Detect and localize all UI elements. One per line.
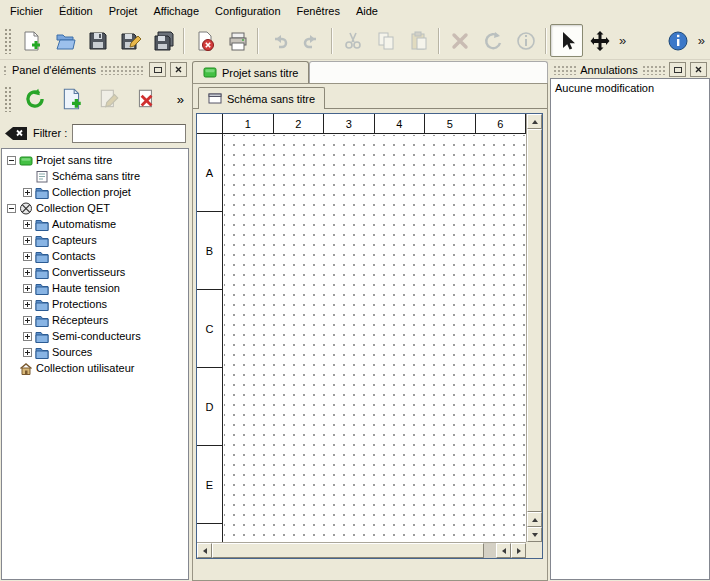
expand-expander-icon[interactable] <box>23 284 32 293</box>
reload-collections-button[interactable] <box>18 82 52 116</box>
collapse-expander-icon[interactable] <box>7 156 16 165</box>
dock-float-button[interactable] <box>149 62 166 77</box>
horizontal-scrollbar[interactable] <box>197 542 526 558</box>
horizontal-scroll-thumb[interactable] <box>212 543 484 558</box>
tree-item-schema-sans-titre[interactable]: Schéma sans titre <box>2 168 188 184</box>
tree-item-label: Haute tension <box>52 282 120 294</box>
menu-aide[interactable]: Aide <box>348 0 386 22</box>
print-button[interactable] <box>221 24 254 57</box>
tree-item-projet-sans-titre[interactable]: Projet sans titre <box>2 152 188 168</box>
toolbar-drag-handle[interactable] <box>4 28 12 54</box>
dock-handle-dots <box>100 65 145 75</box>
scroll-right-button[interactable] <box>511 543 526 558</box>
selection-mode-button[interactable] <box>550 24 583 57</box>
arrow-right-icon <box>517 548 521 554</box>
new-element-button[interactable] <box>55 82 89 116</box>
main-toolbar: » » <box>0 22 710 60</box>
save-all-icon <box>153 30 175 52</box>
pan-mode-button[interactable] <box>583 24 616 57</box>
tree-item-collection-utilisateur[interactable]: Collection utilisateur <box>2 360 188 376</box>
clear-filter-icon[interactable] <box>4 126 28 141</box>
save-as-button[interactable] <box>114 24 147 57</box>
close-icon <box>695 66 702 73</box>
tab-projet-sans-titre[interactable]: Projet sans titre <box>192 61 309 83</box>
tree-item-sources[interactable]: Sources <box>2 344 188 360</box>
tree-item-collection-qet[interactable]: Collection QET <box>2 200 188 216</box>
tree-item-label: Collection QET <box>36 202 110 214</box>
tree-item-label: Collection utilisateur <box>36 362 134 374</box>
scroll-up-button[interactable] <box>527 114 542 129</box>
expand-expander-icon[interactable] <box>23 268 32 277</box>
ruler-corner <box>197 114 223 134</box>
menu-configuration[interactable]: Configuration <box>207 0 288 22</box>
tree-item-semi-conducteurs[interactable]: Semi-conducteurs <box>2 328 188 344</box>
dock-close-button[interactable] <box>170 62 187 77</box>
redo-icon <box>301 30 323 52</box>
menu-edition[interactable]: Édition <box>51 0 101 22</box>
dock-handle-dots <box>3 65 8 75</box>
filter-input[interactable] <box>72 124 186 143</box>
expand-expander-icon[interactable] <box>23 188 32 197</box>
collapse-expander-icon[interactable] <box>7 204 16 213</box>
elements-tree: Projet sans titre Schéma sans titre Coll… <box>1 148 189 580</box>
expand-expander-icon[interactable] <box>23 220 32 229</box>
expand-expander-icon[interactable] <box>23 252 32 261</box>
menu-fenetres[interactable]: Fenêtres <box>289 0 348 22</box>
close-file-button[interactable] <box>188 24 221 57</box>
tree-item-contacts[interactable]: Contacts <box>2 248 188 264</box>
vertical-scroll-thumb[interactable] <box>527 129 542 512</box>
diagram-tab-label: Schéma sans titre <box>227 93 315 105</box>
dock-float-button[interactable] <box>669 62 686 77</box>
cut-icon <box>342 30 364 52</box>
menu-affichage[interactable]: Affichage <box>145 0 207 22</box>
toolbar-overflow-right-button[interactable]: » <box>695 33 708 48</box>
undo-history-list[interactable]: Aucune modification <box>550 78 710 580</box>
arrow-up-icon <box>532 518 538 522</box>
float-icon <box>674 67 682 73</box>
dock-close-button[interactable] <box>690 62 707 77</box>
vertical-scrollbar[interactable] <box>526 114 542 542</box>
tree-item-convertisseurs[interactable]: Convertisseurs <box>2 264 188 280</box>
arrow-down-icon <box>532 533 538 537</box>
tree-item-capteurs[interactable]: Capteurs <box>2 232 188 248</box>
ruler-row-C: C <box>197 290 222 368</box>
tree-item-protections[interactable]: Protections <box>2 296 188 312</box>
new-project-button[interactable] <box>15 24 48 57</box>
expand-expander-icon[interactable] <box>23 316 32 325</box>
tree-item-label: Semi-conducteurs <box>52 330 141 342</box>
scroll-down-button[interactable] <box>527 527 542 542</box>
tree-item-collection-projet[interactable]: Collection projet <box>2 184 188 200</box>
scroll-up-button-bottom[interactable] <box>527 512 542 527</box>
expand-expander-icon[interactable] <box>23 332 32 341</box>
panel-toolbar-overflow-button[interactable]: » <box>177 92 184 107</box>
arrow-left-icon <box>502 548 506 554</box>
toolbar-drag-handle[interactable] <box>4 86 12 112</box>
ruler-column-5: 5 <box>425 114 476 133</box>
diagram-canvas[interactable] <box>224 135 526 542</box>
scroll-left-button[interactable] <box>197 543 212 558</box>
menu-projet[interactable]: Projet <box>101 0 146 22</box>
tree-item-haute-tension[interactable]: Haute tension <box>2 280 188 296</box>
delete-icon <box>449 30 471 52</box>
expand-expander-icon[interactable] <box>23 348 32 357</box>
undo-dock-titlebar[interactable]: Annulations <box>550 60 710 78</box>
toolbar-overflow-button[interactable]: » <box>616 33 629 48</box>
scroll-track[interactable] <box>484 543 496 558</box>
tree-item-automatisme[interactable]: Automatisme <box>2 216 188 232</box>
delete-element-button[interactable] <box>129 82 163 116</box>
ruler-column-4: 4 <box>375 114 426 133</box>
tab-schema-sans-titre[interactable]: Schéma sans titre <box>198 87 325 109</box>
expand-expander-icon[interactable] <box>23 300 32 309</box>
delete-button <box>443 24 476 57</box>
open-project-button[interactable] <box>48 24 81 57</box>
save-all-button[interactable] <box>147 24 180 57</box>
save-button[interactable] <box>81 24 114 57</box>
expand-expander-icon[interactable] <box>23 236 32 245</box>
menu-fichier[interactable]: Fichier <box>2 0 51 22</box>
ruler-row-D: D <box>197 368 222 446</box>
tree-item-recepteurs[interactable]: Récepteurs <box>2 312 188 328</box>
about-button[interactable] <box>662 24 695 57</box>
scroll-left-button-right[interactable] <box>496 543 511 558</box>
save-as-icon <box>120 30 142 52</box>
elements-panel-titlebar[interactable]: Panel d'éléments <box>0 60 190 78</box>
